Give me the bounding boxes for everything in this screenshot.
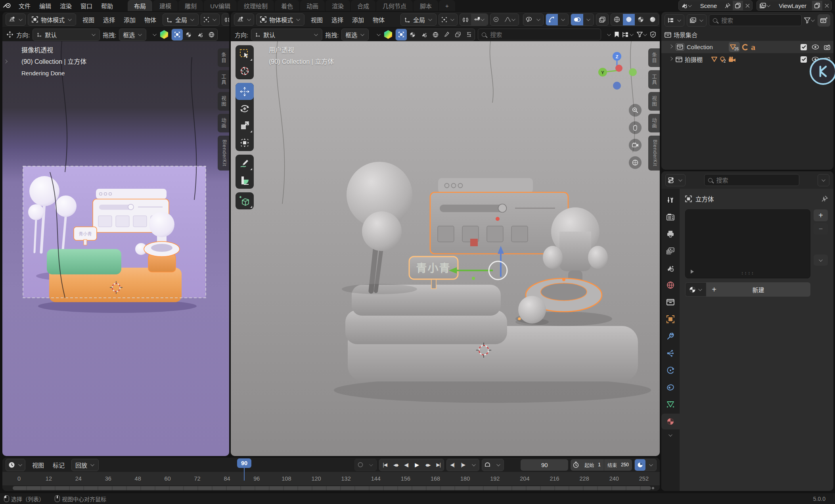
asset-type-hdr-icon[interactable] xyxy=(430,29,441,40)
slot-specials-dropdown[interactable] xyxy=(814,255,828,266)
playback-menu[interactable]: 回放 xyxy=(71,459,99,471)
tool-scale[interactable] xyxy=(236,117,254,134)
tool-rotate[interactable] xyxy=(236,100,254,117)
tab-modifiers[interactable] xyxy=(661,328,680,344)
viewport-menu-item[interactable]: 添加 xyxy=(348,15,368,24)
workspace-tab[interactable]: UV编辑 xyxy=(204,0,237,11)
scene-name[interactable]: Scene xyxy=(695,1,723,10)
delete-scene-button[interactable] xyxy=(743,1,752,10)
tree-sphere[interactable] xyxy=(29,176,59,206)
tab-particles[interactable] xyxy=(661,345,680,361)
render-visibility-icon[interactable] xyxy=(824,44,830,50)
menu-item[interactable]: 文件 xyxy=(14,2,35,10)
tool-transform[interactable] xyxy=(236,134,254,151)
sidebar-tab[interactable]: BlenderKit xyxy=(218,136,229,171)
sidebar-tab[interactable]: 视图 xyxy=(218,92,229,111)
asset-type-material-icon[interactable] xyxy=(407,29,418,40)
rocket-fin-left[interactable] xyxy=(543,246,563,269)
camera-view-canvas[interactable]: 青小青 xyxy=(2,41,229,456)
shading-rendered-button[interactable] xyxy=(647,14,659,25)
navigation-gizmo[interactable]: Z Y xyxy=(596,50,638,91)
workspace-tab[interactable]: 着色 xyxy=(275,0,299,11)
keying-set-dropdown[interactable] xyxy=(366,459,376,471)
show-gizmo-dropdown[interactable] xyxy=(523,13,544,26)
new-material-button[interactable]: 新建 xyxy=(706,282,810,297)
tool-settings-expand-icon[interactable] xyxy=(377,32,381,36)
sidebar-tab[interactable]: 条目 xyxy=(648,48,660,67)
timeline-editor-type-button[interactable] xyxy=(6,459,25,471)
viewport-menu-item[interactable]: 选择 xyxy=(327,15,348,24)
editor-type-button[interactable] xyxy=(6,13,26,26)
sidebar-tab[interactable]: 动画 xyxy=(218,114,229,132)
prev-keyframe-button[interactable] xyxy=(390,459,401,471)
tool-select-box[interactable] xyxy=(236,45,254,62)
xray-toggle[interactable] xyxy=(596,13,609,26)
tab-render[interactable] xyxy=(661,209,680,225)
shading-solid-button[interactable] xyxy=(623,14,635,25)
outliner-filter-view-dropdown[interactable] xyxy=(687,14,707,27)
proportional-falloff-dropdown[interactable] xyxy=(502,14,519,25)
blenderkit-search-input[interactable] xyxy=(478,29,601,40)
sidebar-tab[interactable]: 条目 xyxy=(218,48,229,67)
tool-settings-expand-icon[interactable] xyxy=(153,32,157,36)
current-frame-field[interactable]: 90 xyxy=(521,459,568,471)
selectable-checkbox[interactable] xyxy=(801,44,807,50)
prev-frame-button[interactable] xyxy=(447,459,458,471)
viewlayer-browse-button[interactable] xyxy=(757,1,773,10)
frame-step-dropdown[interactable] xyxy=(468,459,479,471)
asset-type-material-icon[interactable] xyxy=(183,29,194,40)
scrollbar-handle[interactable] xyxy=(652,487,654,489)
asset-type-hdr-icon[interactable] xyxy=(206,29,217,40)
workspace-tab[interactable]: 布局 xyxy=(128,0,152,11)
sidebar-tab[interactable]: 视图 xyxy=(648,92,660,111)
loop-dropdown[interactable] xyxy=(493,459,504,471)
hide-eye-icon[interactable] xyxy=(812,44,819,50)
workspace-tab[interactable]: 动画 xyxy=(300,0,325,11)
pivot-dropdown[interactable] xyxy=(201,13,220,26)
snap-target-dropdown[interactable] xyxy=(471,14,488,25)
viewport-canvas[interactable]: 青小青 xyxy=(231,41,660,456)
timeline-ruler[interactable]: 0122436486072849610812013214415616818019… xyxy=(2,472,660,485)
sync-dropdown[interactable] xyxy=(645,459,656,471)
playback-sync-button[interactable] xyxy=(635,459,645,471)
axis-x-ball[interactable] xyxy=(615,65,622,72)
playhead[interactable]: 90 xyxy=(237,458,251,481)
timeline-menu-item[interactable]: 标记 xyxy=(48,461,69,469)
timeline-menu-item[interactable]: 视图 xyxy=(28,461,48,469)
camera-view-button[interactable] xyxy=(629,139,642,151)
axis-y-neg-ball[interactable] xyxy=(629,68,637,76)
pan-hand-button[interactable] xyxy=(629,121,642,134)
outliner-row-scene-collection[interactable]: 场景集合 xyxy=(661,29,833,41)
outliner-search-input[interactable] xyxy=(709,14,802,26)
tool-annotate[interactable] xyxy=(236,155,254,172)
asset-categories-dropdown[interactable] xyxy=(622,32,634,38)
workspace-tab[interactable]: 纹理绘制 xyxy=(237,0,274,11)
expand-icon[interactable] xyxy=(669,44,673,48)
asset-type-nodegroup-icon[interactable] xyxy=(463,29,475,40)
tab-world[interactable] xyxy=(661,277,680,293)
drag-mode-dropdown[interactable]: 框选 xyxy=(341,29,369,41)
tab-constraints[interactable] xyxy=(661,379,680,395)
axis-z-neg-ball[interactable] xyxy=(613,82,621,90)
tool-measure[interactable] xyxy=(236,172,254,189)
next-keyframe-button[interactable] xyxy=(422,459,433,471)
filter-icon[interactable] xyxy=(637,32,647,37)
viewport-menu-item[interactable]: 视图 xyxy=(306,15,327,24)
gizmos-dropdown[interactable] xyxy=(558,14,568,25)
viewlayer-name[interactable]: ViewLayer xyxy=(773,1,812,10)
asset-type-model-icon[interactable] xyxy=(172,29,183,40)
autokey-toggle[interactable] xyxy=(355,459,366,471)
tool-orientation-dropdown[interactable]: 默认 xyxy=(251,29,322,41)
outliner-display-mode-dropdown[interactable] xyxy=(665,14,684,27)
blenderkit-logo-icon[interactable] xyxy=(384,30,393,39)
tool-add-primitive[interactable] xyxy=(236,192,254,209)
blenderkit-widget[interactable] xyxy=(810,58,835,85)
add-slot-button[interactable] xyxy=(814,209,828,221)
orthographic-toggle-button[interactable] xyxy=(629,156,642,169)
selectable-checkbox[interactable] xyxy=(801,56,807,63)
asset-type-model-icon[interactable] xyxy=(396,29,407,40)
tab-scene[interactable] xyxy=(661,260,680,276)
viewport-menu-item[interactable]: 视图 xyxy=(78,15,99,24)
properties-search-input[interactable] xyxy=(704,174,799,186)
orientation-dropdown[interactable]: 全局 xyxy=(163,13,199,26)
